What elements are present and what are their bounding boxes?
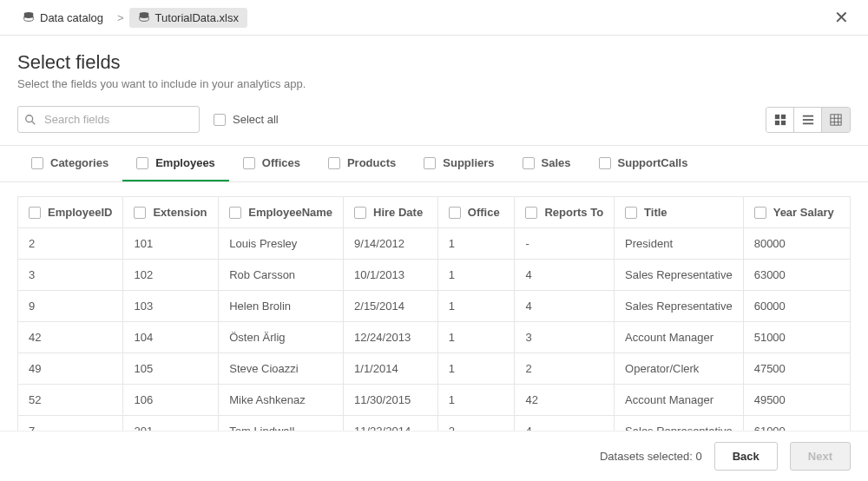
column-header[interactable]: Extension — [123, 197, 219, 228]
footer: Datasets selected: 0 Back Next — [0, 431, 868, 481]
column-label: Office — [468, 206, 500, 219]
svg-rect-8 — [802, 115, 812, 116]
column-checkbox[interactable] — [754, 207, 766, 219]
column-checkbox[interactable] — [29, 207, 41, 219]
table-cell: Louis Presley — [219, 228, 344, 260]
table-cell: Helen Brolin — [219, 291, 344, 322]
datasets-selected-label: Datasets selected: 0 — [600, 450, 702, 463]
tab-checkbox[interactable] — [243, 157, 255, 169]
tab-checkbox[interactable] — [136, 157, 148, 169]
breadcrumb-file-label: TutorialData.xlsx — [155, 11, 239, 24]
column-header[interactable]: EmployeeName — [219, 197, 344, 228]
column-label: Title — [644, 206, 667, 219]
table-cell: 49500 — [743, 385, 850, 416]
tab-checkbox[interactable] — [328, 157, 340, 169]
column-header[interactable]: Reports To — [515, 197, 615, 228]
column-checkbox[interactable] — [449, 207, 461, 219]
list-icon — [802, 114, 814, 126]
table-cell: Sales Representative — [615, 291, 744, 322]
svg-rect-10 — [802, 122, 812, 124]
column-header[interactable]: Year Salary — [743, 197, 850, 228]
table-cell: 10/1/2013 — [344, 260, 438, 291]
table-cell: 1 — [437, 385, 515, 416]
column-header[interactable]: Hire Date — [344, 197, 438, 228]
table-cell: 1 — [437, 260, 515, 291]
table-cell: 49 — [18, 353, 123, 385]
page-header: Select fields Select the fields you want… — [0, 36, 868, 99]
table-row: 3102Rob Carsson10/1/201314Sales Represen… — [18, 260, 851, 291]
table-cell: 42 — [515, 385, 615, 416]
data-table: EmployeeIDExtensionEmployeeNameHire Date… — [17, 196, 851, 447]
column-header[interactable]: EmployeeID — [18, 197, 123, 228]
tab-categories[interactable]: Categories — [17, 146, 122, 181]
select-all-label: Select all — [233, 113, 279, 126]
breadcrumb-root[interactable]: Data catalog — [14, 8, 112, 28]
breadcrumb-separator: > — [117, 11, 124, 24]
table-cell: Steve Cioazzi — [219, 353, 344, 385]
table-cell: 2 — [18, 228, 123, 260]
database-icon — [23, 11, 35, 23]
view-table-button[interactable] — [822, 108, 850, 132]
table-cell: 102 — [123, 260, 219, 291]
table-cell: 63000 — [743, 260, 850, 291]
tab-checkbox[interactable] — [599, 157, 611, 169]
tab-employees[interactable]: Employees — [122, 146, 229, 181]
column-header[interactable]: Title — [615, 197, 744, 228]
tab-checkbox[interactable] — [523, 157, 535, 169]
table-cell: 101 — [123, 228, 219, 260]
view-list-button[interactable] — [794, 108, 822, 132]
tab-products[interactable]: Products — [314, 146, 410, 181]
tab-supportcalls[interactable]: SupportCalls — [585, 146, 702, 181]
tab-sales[interactable]: Sales — [509, 146, 585, 181]
tab-checkbox[interactable] — [31, 157, 43, 169]
table-cell: 4 — [515, 260, 615, 291]
column-label: Year Salary — [773, 206, 834, 219]
table-body: 2101Louis Presley9/14/20121-President800… — [18, 228, 851, 447]
tab-label: Offices — [262, 156, 300, 169]
table-row: 9103Helen Brolin2/15/201414Sales Represe… — [18, 291, 851, 322]
column-label: EmployeeName — [248, 206, 332, 219]
table-cell: 47500 — [743, 353, 850, 385]
svg-rect-11 — [831, 114, 841, 124]
column-checkbox[interactable] — [525, 207, 537, 219]
table-cell: 2/15/2014 — [344, 291, 438, 322]
table-cell: Sales Representative — [615, 260, 744, 291]
table-cell: 80000 — [743, 228, 850, 260]
svg-line-3 — [32, 121, 36, 124]
select-all-checkbox[interactable] — [214, 114, 226, 126]
column-label: Reports To — [544, 206, 603, 219]
table-cell: 3 — [18, 260, 123, 291]
tab-suppliers[interactable]: Suppliers — [410, 146, 508, 181]
column-header[interactable]: Office — [437, 197, 515, 228]
table-cell: Östen Ärlig — [219, 322, 344, 353]
table-cell: 106 — [123, 385, 219, 416]
select-all[interactable]: Select all — [214, 113, 279, 126]
page-title: Select fields — [17, 51, 851, 74]
close-button[interactable]: ✕ — [829, 7, 854, 28]
column-checkbox[interactable] — [229, 207, 241, 219]
table-cell: 3 — [515, 322, 615, 353]
breadcrumb-root-label: Data catalog — [40, 11, 103, 24]
table-cell: 4 — [515, 291, 615, 322]
back-button[interactable]: Back — [714, 442, 778, 471]
tab-label: Suppliers — [443, 156, 494, 169]
search-input[interactable] — [17, 106, 200, 133]
breadcrumb-bar: Data catalog > TutorialData.xlsx ✕ — [0, 0, 868, 36]
column-checkbox[interactable] — [134, 207, 146, 219]
column-checkbox[interactable] — [625, 207, 637, 219]
tab-label: Employees — [155, 156, 215, 169]
column-checkbox[interactable] — [354, 207, 366, 219]
table-cell: Mike Ashkenaz — [219, 385, 344, 416]
tab-offices[interactable]: Offices — [229, 146, 314, 181]
table-cell: 9 — [18, 291, 123, 322]
table-cell: 12/24/2013 — [344, 322, 438, 353]
table-cell: 9/14/2012 — [344, 228, 438, 260]
view-grid-button[interactable] — [766, 108, 794, 132]
next-button[interactable]: Next — [790, 442, 851, 471]
breadcrumb-file[interactable]: TutorialData.xlsx — [129, 8, 247, 28]
tab-checkbox[interactable] — [424, 157, 436, 169]
table-cell: President — [615, 228, 744, 260]
table-cell: Account Manager — [615, 385, 744, 416]
table-cell: 1/1/2014 — [344, 353, 438, 385]
tab-label: Sales — [542, 156, 571, 169]
